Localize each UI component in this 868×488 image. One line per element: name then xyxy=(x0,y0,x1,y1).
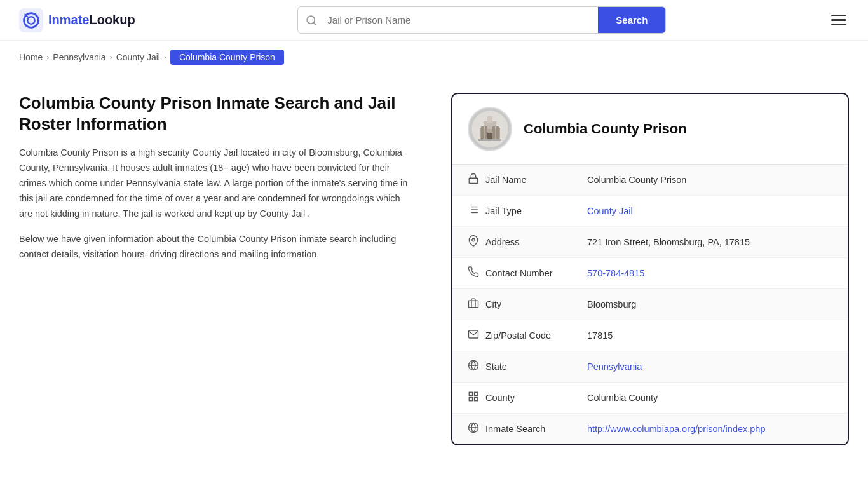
breadcrumb-chevron-2: › xyxy=(110,53,112,62)
svg-rect-12 xyxy=(492,126,495,140)
svg-rect-13 xyxy=(496,126,499,140)
breadcrumb-home[interactable]: Home xyxy=(19,52,43,62)
state-value: Pennsylvania xyxy=(587,362,832,372)
jail-type-value: County Jail xyxy=(587,206,832,216)
county-value: Columbia County xyxy=(587,393,832,403)
search-input[interactable] xyxy=(325,8,598,32)
breadcrumb: Home › Pennsylvania › County Jail › Colu… xyxy=(0,41,868,74)
city-icon xyxy=(468,297,485,311)
search-form: Search xyxy=(297,6,666,34)
svg-rect-24 xyxy=(469,301,478,308)
right-column: Columbia County Prison Jail Name Columbi… xyxy=(451,93,849,445)
row-jail-name: Jail Name Columbia County Prison xyxy=(452,165,848,196)
county-label: County xyxy=(485,393,587,403)
svg-point-23 xyxy=(472,238,475,241)
inmate-search-link[interactable]: http://www.columbiapa.org/prison/index.p… xyxy=(587,424,766,434)
phone-icon xyxy=(468,266,485,280)
city-label: City xyxy=(485,299,587,309)
row-city: City Bloomsburg xyxy=(452,289,848,320)
search-icon xyxy=(298,8,325,32)
jail-type-link[interactable]: County Jail xyxy=(587,206,633,216)
left-column: Columbia County Prison Inmate Search and… xyxy=(19,93,426,272)
svg-rect-10 xyxy=(481,126,484,140)
svg-rect-9 xyxy=(487,116,492,123)
jail-type-label: Jail Type xyxy=(485,206,587,216)
page-title: Columbia County Prison Inmate Search and… xyxy=(19,93,413,134)
jail-icon xyxy=(468,173,485,187)
search-button[interactable]: Search xyxy=(598,7,665,33)
list-icon xyxy=(468,204,485,218)
menu-line-1 xyxy=(831,15,846,17)
row-state: State Pennsylvania xyxy=(452,351,848,383)
jail-name-value: Columbia County Prison xyxy=(587,175,832,185)
svg-rect-28 xyxy=(475,392,478,395)
inmate-search-label: Inmate Search xyxy=(485,424,587,434)
info-table: Jail Name Columbia County Prison Jail Ty… xyxy=(452,165,848,444)
info-card: Columbia County Prison Jail Name Columbi… xyxy=(451,93,849,445)
breadcrumb-chevron-1: › xyxy=(46,53,49,62)
breadcrumb-chevron-3: › xyxy=(164,53,166,62)
prison-avatar xyxy=(468,107,512,151)
contact-label: Contact Number xyxy=(485,268,587,278)
inmate-search-value: http://www.columbiapa.org/prison/index.p… xyxy=(587,424,832,434)
svg-rect-27 xyxy=(469,392,472,395)
svg-rect-16 xyxy=(469,178,478,183)
svg-line-5 xyxy=(314,22,316,24)
svg-rect-11 xyxy=(485,126,487,140)
card-title: Columbia County Prison xyxy=(524,121,687,137)
hamburger-menu[interactable] xyxy=(829,12,849,29)
svg-rect-0 xyxy=(19,8,43,32)
breadcrumb-pennsylvania[interactable]: Pennsylvania xyxy=(53,52,105,62)
row-county: County Columbia County xyxy=(452,383,848,414)
row-address: Address 721 Iron Street, Bloomsburg, PA,… xyxy=(452,227,848,258)
logo-text: InmateLookup xyxy=(48,13,135,27)
prison-building-icon xyxy=(471,110,509,148)
globe-icon xyxy=(468,360,485,374)
address-value: 721 Iron Street, Bloomsburg, PA, 17815 xyxy=(587,237,832,247)
city-value: Bloomsburg xyxy=(587,299,832,309)
zip-label: Zip/Postal Code xyxy=(485,330,587,341)
svg-rect-15 xyxy=(478,139,501,141)
state-link[interactable]: Pennsylvania xyxy=(587,362,642,372)
menu-line-3 xyxy=(831,24,846,26)
breadcrumb-county-jail[interactable]: County Jail xyxy=(116,52,160,62)
logo-icon xyxy=(19,8,43,32)
mail-icon xyxy=(468,329,485,342)
site-header: InmateLookup Search xyxy=(0,0,868,41)
menu-line-2 xyxy=(831,19,846,21)
breadcrumb-current: Columbia County Prison xyxy=(170,50,284,65)
state-label: State xyxy=(485,362,587,372)
svg-rect-29 xyxy=(475,398,478,401)
county-icon xyxy=(468,391,485,405)
search-area: Search xyxy=(161,6,803,34)
page-description-2: Below we have given information about th… xyxy=(19,232,413,262)
row-contact: Contact Number 570-784-4815 xyxy=(452,258,848,289)
pin-icon xyxy=(468,235,485,249)
row-inmate-search: Inmate Search http://www.columbiapa.org/… xyxy=(452,414,848,444)
page-description-1: Columbia County Prison is a high securit… xyxy=(19,146,413,222)
contact-link[interactable]: 570-784-4815 xyxy=(587,268,644,278)
row-jail-type: Jail Type County Jail xyxy=(452,196,848,227)
contact-value: 570-784-4815 xyxy=(587,268,832,278)
main-content: Columbia County Prison Inmate Search and… xyxy=(0,74,868,464)
card-header: Columbia County Prison xyxy=(452,94,848,165)
zip-value: 17815 xyxy=(587,330,832,341)
search-globe-icon xyxy=(468,422,485,436)
site-logo[interactable]: InmateLookup xyxy=(19,8,135,32)
svg-rect-30 xyxy=(469,398,472,401)
row-zip: Zip/Postal Code 17815 xyxy=(452,320,848,351)
address-label: Address xyxy=(485,237,587,247)
jail-name-label: Jail Name xyxy=(485,175,587,185)
